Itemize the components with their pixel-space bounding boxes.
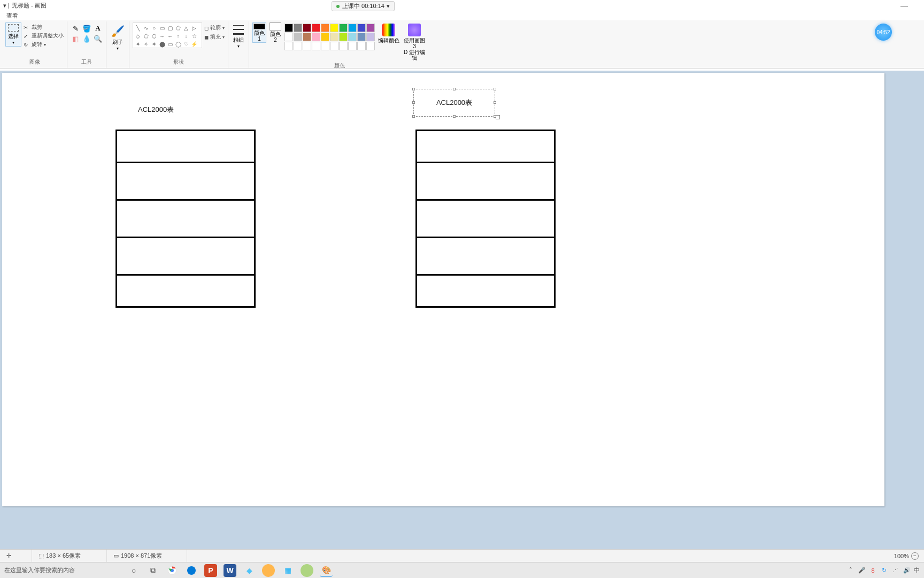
powerpoint-icon[interactable]: P <box>204 564 217 577</box>
palette-color[interactable] <box>357 24 366 32</box>
outline-icon: ◻ <box>204 25 209 31</box>
palette-color[interactable] <box>348 42 357 50</box>
selection-handle[interactable] <box>412 101 415 104</box>
palette-color[interactable] <box>366 24 375 32</box>
palette-color[interactable] <box>303 42 311 50</box>
canvas-size-cell: ▭1908 × 871像素 <box>107 550 187 562</box>
pencil-tool[interactable]: ✎ <box>71 24 80 33</box>
eyedropper-tool[interactable]: 💧 <box>82 34 91 43</box>
paint3d-icon <box>408 24 421 36</box>
timer-badge[interactable]: 04:52 <box>875 24 892 41</box>
color2-label: 颜色 2 <box>268 31 282 43</box>
app-icon-3[interactable]: ▦ <box>281 564 294 577</box>
taskview-icon[interactable]: ⧉ <box>147 564 159 577</box>
palette-color[interactable] <box>348 24 357 32</box>
palette-color[interactable] <box>357 33 366 41</box>
rotate-handle[interactable] <box>496 115 500 119</box>
minimize-button[interactable]: — <box>900 1 908 10</box>
palette-color[interactable] <box>321 33 329 41</box>
palette-color[interactable] <box>339 42 348 50</box>
tray-volume-icon[interactable]: 🔊 <box>903 566 911 574</box>
shape-fill-button[interactable]: ◼填充 ▾ <box>204 33 225 41</box>
group-label-brushes <box>117 59 119 67</box>
eraser-tool[interactable]: ◧ <box>71 34 80 43</box>
text-selection-box[interactable]: ACL2000表 <box>413 89 495 117</box>
selection-handle[interactable] <box>453 88 456 90</box>
palette-color[interactable] <box>284 33 293 41</box>
canvas[interactable]: ACL2000表 ACL2000表 <box>2 73 884 506</box>
selection-handle[interactable] <box>412 88 415 90</box>
palette-color[interactable] <box>284 24 293 32</box>
palette-color[interactable] <box>303 24 311 32</box>
crop-button[interactable]: ✂裁剪 <box>24 24 64 31</box>
brush-tool[interactable]: 🖌️ 刷子 ▾ <box>110 22 126 51</box>
tray-app-icon[interactable]: 8 <box>869 566 877 574</box>
resize-label: 重新调整大小 <box>32 32 64 40</box>
resize-icon: ⤢ <box>24 33 30 39</box>
session-status-pill[interactable]: 上课中 00:10:14 ▾ <box>332 1 395 11</box>
palette-color[interactable] <box>312 33 320 41</box>
chevron-down-icon: ▾ <box>237 44 240 49</box>
rotate-button[interactable]: ↻旋转 ▾ <box>24 41 64 48</box>
cortana-icon[interactable]: ○ <box>127 564 140 577</box>
stroke-width-tool[interactable]: 粗细 ▾ <box>232 22 245 49</box>
edit-colors-button[interactable]: 编辑颜色 <box>377 22 401 43</box>
selection-handle[interactable] <box>412 115 415 118</box>
zoom-out-button[interactable]: − <box>911 552 919 560</box>
shape-outline-button[interactable]: ◻轮廓 ▾ <box>204 24 225 32</box>
select-label: 选择 <box>8 33 19 40</box>
palette-color[interactable] <box>330 24 338 32</box>
palette-color[interactable] <box>357 42 366 50</box>
palette-color[interactable] <box>339 33 348 41</box>
taskbar-search[interactable]: 在这里输入你要搜索的内容 <box>0 566 122 574</box>
resize-button[interactable]: ⤢重新调整大小 <box>24 32 64 40</box>
stroke-icon <box>233 24 244 36</box>
palette-color[interactable] <box>294 42 302 50</box>
palette-color[interactable] <box>294 33 302 41</box>
palette-color[interactable] <box>312 42 320 50</box>
menu-view[interactable]: 查看 <box>6 12 18 20</box>
app-icon-1[interactable]: ◆ <box>243 564 256 577</box>
palette-color[interactable] <box>330 33 338 41</box>
mspaint-icon[interactable]: 🎨 <box>320 564 333 577</box>
tray-wifi-icon[interactable]: ⋰ <box>891 566 899 574</box>
magnifier-tool[interactable]: 🔍 <box>93 34 103 43</box>
selection-handle[interactable] <box>494 101 496 104</box>
palette-color[interactable] <box>348 33 357 41</box>
selection-size-text: 183 × 65像素 <box>46 552 81 560</box>
tray-chevron-icon[interactable]: ˄ <box>846 566 854 574</box>
session-status-text: 上课中 00:10:14 <box>342 2 384 10</box>
select-tool[interactable]: 选择 ▾ <box>5 22 21 47</box>
selection-handle[interactable] <box>494 88 496 90</box>
selection-handle[interactable] <box>453 115 456 118</box>
palette-color[interactable] <box>330 42 338 50</box>
app-icon-2[interactable] <box>262 564 275 577</box>
palette-color[interactable] <box>284 42 293 50</box>
chevron-down-icon: ▾ <box>387 3 390 10</box>
brush-label: 刷子 <box>112 39 123 46</box>
tray-sync-icon[interactable]: ↻ <box>880 566 888 574</box>
palette-color[interactable] <box>321 24 329 32</box>
palette-color[interactable] <box>339 24 348 32</box>
paint3d-button[interactable]: 使用画图 3 D 进行编辑 <box>403 22 426 61</box>
edge-icon[interactable] <box>185 564 198 577</box>
crosshair-icon: ✛ <box>6 552 11 559</box>
qat-dropdown-icon[interactable]: ▾ | <box>3 2 10 9</box>
palette-color[interactable] <box>366 42 375 50</box>
chrome-icon[interactable] <box>166 564 179 577</box>
palette-color[interactable] <box>312 24 320 32</box>
palette-color[interactable] <box>303 33 311 41</box>
palette-color[interactable] <box>366 33 375 41</box>
text-tool[interactable]: A <box>93 24 103 33</box>
ribbon-group-colors: 颜色 1 颜色 2 编辑颜色 使用画图 3 D 进行编辑 颜色 <box>249 21 429 68</box>
shapes-gallery[interactable]: ╲∿○▭▢⬠△▷ ◇⬠⬡→←↑↓☆ ✦✧✶⬤▭◯♡⚡ <box>133 22 202 48</box>
word-icon[interactable]: W <box>224 564 236 577</box>
fill-tool[interactable]: 🪣 <box>82 24 91 33</box>
tray-mic-icon[interactable]: 🎤 <box>858 566 866 574</box>
color2-slot[interactable]: 颜色 2 <box>268 22 282 43</box>
palette-color[interactable] <box>294 24 302 32</box>
color1-slot[interactable]: 颜色 1 <box>252 22 266 43</box>
app-icon-4[interactable] <box>301 564 313 577</box>
palette-color[interactable] <box>321 42 329 50</box>
tray-ime[interactable]: 中 <box>914 566 920 574</box>
